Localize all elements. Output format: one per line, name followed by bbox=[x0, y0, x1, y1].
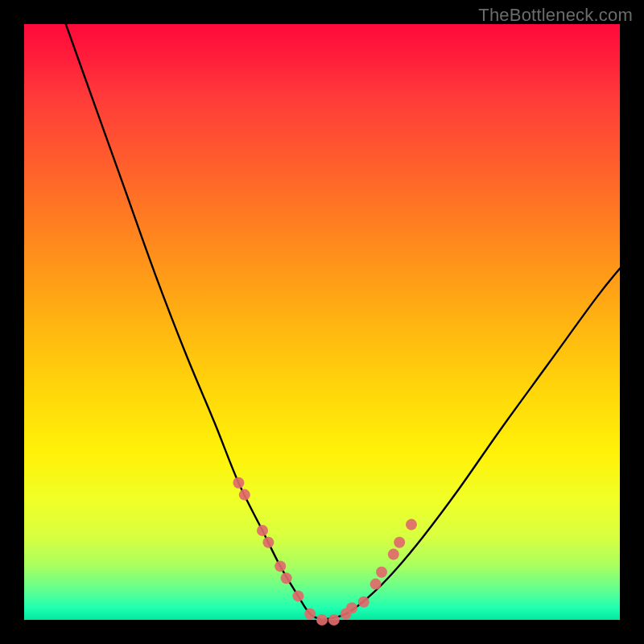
dots-group bbox=[233, 477, 417, 625]
highlight-dot bbox=[281, 572, 292, 584]
plot-area bbox=[24, 24, 620, 620]
highlight-dot bbox=[275, 560, 286, 572]
highlight-dot bbox=[304, 609, 316, 620]
highlight-dot bbox=[346, 602, 357, 613]
highlight-dot bbox=[233, 477, 244, 489]
watermark-text: TheBottleneck.com bbox=[478, 5, 633, 26]
highlight-dot bbox=[358, 597, 369, 608]
highlight-dot bbox=[316, 614, 328, 625]
highlight-dot bbox=[328, 614, 340, 625]
curve-right-branch bbox=[322, 268, 620, 620]
series-group bbox=[66, 24, 620, 620]
highlight-dot bbox=[262, 537, 274, 548]
highlight-dot bbox=[406, 519, 417, 530]
highlight-dot bbox=[388, 549, 399, 560]
highlight-dot bbox=[370, 579, 382, 590]
curve-left-branch bbox=[66, 24, 322, 620]
chart-frame: TheBottleneck.com bbox=[0, 0, 644, 644]
highlight-dot bbox=[239, 489, 250, 501]
chart-svg bbox=[24, 24, 620, 620]
highlight-dot bbox=[257, 525, 268, 536]
highlight-dot bbox=[394, 537, 405, 548]
highlight-dot bbox=[292, 590, 303, 601]
highlight-dot bbox=[376, 567, 387, 578]
